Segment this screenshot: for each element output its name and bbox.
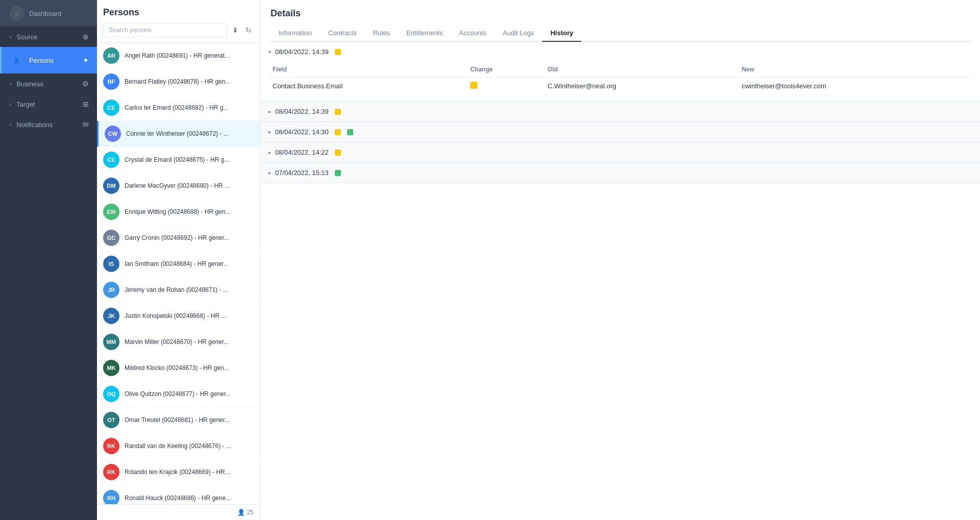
history-entry: ▸ 07/04/2022, 15:13: [260, 163, 980, 183]
field-cell: Contact.Business.Email: [268, 78, 466, 95]
tabs: InformationContractsRulesEntitlementsAcc…: [271, 25, 970, 42]
person-name: Olive Quitzon (00248677) - HR gener...: [125, 390, 231, 398]
persons-panel: Persons ⬇ ↻ AR Angel Rath (00248691) - H…: [97, 0, 260, 520]
sidebar-item-persons[interactable]: 👤 Persons ✦: [0, 47, 97, 73]
chevron-icon-source: ‹: [10, 34, 11, 40]
person-list-item[interactable]: OT Omar Treutel (00248681) - HR gener...: [97, 407, 260, 433]
person-list-item[interactable]: DM Darlene MacGyver (00248680) - HR ...: [97, 173, 260, 199]
chevron-icon: ▸: [268, 170, 271, 176]
change-badge-yellow: [335, 150, 341, 156]
history-entry: ▾ 08/04/2022, 14:39 Field Change Old New…: [260, 42, 980, 102]
search-input[interactable]: [103, 23, 227, 37]
person-avatar: BF: [103, 73, 119, 90]
history-entry-header[interactable]: ▸ 08/04/2022, 14:39: [260, 102, 980, 121]
details-title: Details: [271, 8, 970, 19]
person-avatar: OT: [103, 412, 119, 428]
tab-contracts[interactable]: Contracts: [320, 25, 365, 42]
change-cell: [466, 78, 544, 95]
change-badge-green: [347, 129, 353, 135]
action-icon-business: ⚙: [82, 80, 89, 88]
person-list-item[interactable]: RK Randall van de Keeling (00248676) - .…: [97, 433, 260, 459]
person-list-item[interactable]: BF Bernard Flatley (00248678) - HR gen..…: [97, 69, 260, 95]
tab-rules[interactable]: Rules: [365, 25, 398, 42]
details-content: ▾ 08/04/2022, 14:39 Field Change Old New…: [260, 42, 980, 520]
person-name: Bernard Flatley (00248678) - HR gen...: [125, 78, 230, 85]
person-list-item[interactable]: OQ Olive Quitzon (00248677) - HR gener..…: [97, 381, 260, 407]
history-entry-header[interactable]: ▸ 08/04/2022, 14:30: [260, 122, 980, 142]
history-entry-header[interactable]: ▾ 08/04/2022, 14:39: [260, 42, 980, 62]
chevron-icon: ▸: [268, 109, 271, 114]
tab-entitlements[interactable]: Entitlements: [398, 25, 451, 42]
person-name: Ian Smitham (00248684) - HR gener...: [125, 260, 228, 267]
persons-count-icon: 👤: [237, 509, 245, 516]
person-name: Marvin Miller (00248670) - HR gener...: [125, 338, 229, 345]
person-avatar: JK: [103, 308, 119, 324]
history-datetime: 07/04/2022, 15:13: [275, 169, 329, 177]
sidebar-item-business[interactable]: ‹ Business ⚙: [0, 73, 97, 94]
person-list-item[interactable]: RH Ronald Hauck (00248686) - HR gene...: [97, 485, 260, 504]
new-value-cell: cwintheiser@tools4ever.com: [738, 78, 972, 95]
tab-history[interactable]: History: [542, 25, 581, 42]
person-avatar: DM: [103, 178, 119, 194]
chevron-icon: ▸: [268, 129, 271, 135]
action-icon-notifications: ✉: [83, 120, 89, 129]
person-avatar: CW: [105, 126, 121, 142]
sidebar-label-dashboard: Dashboard: [29, 10, 62, 17]
home-icon: ⌂: [10, 6, 24, 20]
change-badge-yellow: [335, 49, 341, 55]
change-badge-green: [335, 170, 341, 176]
person-avatar: MM: [103, 334, 119, 350]
person-list-item[interactable]: GC Garry Cronin (00248692) - HR gener...: [97, 225, 260, 251]
person-list-item[interactable]: CE Carlos ter Emard (00248682) - HR g...: [97, 95, 260, 121]
person-avatar: RH: [103, 490, 119, 504]
person-name: Angel Rath (00248691) - HR generat...: [125, 52, 230, 59]
sidebar-label-persons: Persons: [29, 57, 54, 64]
history-entry-header[interactable]: ▸ 07/04/2022, 15:13: [260, 163, 980, 183]
download-button[interactable]: ⬇: [230, 24, 240, 36]
person-name: Garry Cronin (00248692) - HR gener...: [125, 234, 229, 241]
sidebar-label-business: Business: [16, 80, 43, 88]
person-list-item[interactable]: MK Mildred Klocko (00248673) - HR gen...: [97, 355, 260, 381]
person-list-item[interactable]: AR Angel Rath (00248691) - HR generat...: [97, 43, 260, 69]
sidebar-item-notifications[interactable]: ‹ Notifications ✉: [0, 114, 97, 135]
person-list-item[interactable]: JR Jeremy van de Rohan (00248671) - ...: [97, 277, 260, 303]
person-name: Connie ter Wintheiser (00248672) - ...: [126, 130, 229, 137]
history-entry-header[interactable]: ▸ 08/04/2022, 14:22: [260, 142, 980, 162]
person-list-item[interactable]: EW Enrique Witting (00248688) - HR gen..…: [97, 199, 260, 225]
person-name: Darlene MacGyver (00248680) - HR ...: [125, 182, 230, 189]
chevron-icon: ▾: [268, 49, 271, 55]
sidebar-item-source[interactable]: ‹ Source ⊕: [0, 27, 97, 47]
person-list-item[interactable]: IS Ian Smitham (00248684) - HR gener...: [97, 251, 260, 277]
person-name: Crystal de Emard (00248675) - HR g...: [125, 156, 229, 163]
history-entry: ▸ 08/04/2022, 14:39: [260, 102, 980, 122]
action-icon-source: ⊕: [83, 33, 89, 41]
content-area: Persons ⬇ ↻ AR Angel Rath (00248691) - H…: [97, 0, 980, 520]
sidebar-item-target[interactable]: ‹ Target ⊞: [0, 94, 97, 114]
person-name: Randall van de Keeling (00248676) - ...: [125, 442, 231, 450]
sidebar-label-target: Target: [16, 101, 35, 108]
tab-audit-logs[interactable]: Audit Logs: [495, 25, 542, 42]
person-avatar: RK: [103, 438, 119, 454]
change-icon: [470, 82, 477, 89]
person-list-item[interactable]: CW Connie ter Wintheiser (00248672) - ..…: [97, 121, 260, 147]
tab-accounts[interactable]: Accounts: [451, 25, 494, 42]
person-avatar: EW: [103, 204, 119, 220]
refresh-button[interactable]: ↻: [243, 24, 254, 36]
col-header-old: Old: [544, 62, 738, 78]
person-name: Enrique Witting (00248688) - HR gen...: [125, 208, 230, 215]
person-list-item[interactable]: JK Justin Konopelski (00248668) - HR ...: [97, 303, 260, 329]
col-header-field: Field: [268, 62, 466, 78]
person-list-item[interactable]: MM Marvin Miller (00248670) - HR gener..…: [97, 329, 260, 355]
person-list-item[interactable]: RK Rolando ten Krajcik (00248669) - HR..…: [97, 459, 260, 485]
person-list-item[interactable]: CE Crystal de Emard (00248675) - HR g...: [97, 147, 260, 173]
sidebar-item-dashboard[interactable]: ⌂ Dashboard: [0, 0, 97, 27]
tab-information[interactable]: Information: [271, 25, 320, 42]
action-icon-target: ⊞: [83, 100, 89, 108]
persons-footer: 👤 25: [97, 504, 260, 520]
history-datetime: 08/04/2022, 14:30: [275, 128, 329, 136]
history-datetime: 08/04/2022, 14:39: [275, 108, 329, 115]
person-name: Mildred Klocko (00248673) - HR gen...: [125, 364, 229, 372]
history-datetime: 08/04/2022, 14:39: [275, 48, 329, 56]
sidebar-label-source: Source: [16, 33, 37, 41]
main-content: Persons ⬇ ↻ AR Angel Rath (00248691) - H…: [97, 0, 980, 520]
